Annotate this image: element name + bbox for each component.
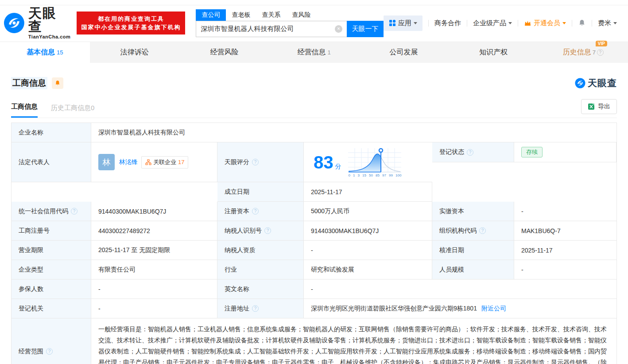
banner-line1: 都在用的商业查询工具 bbox=[81, 15, 181, 23]
search-input[interactable] bbox=[196, 21, 347, 37]
paid-capital-value: - bbox=[514, 202, 616, 221]
legal-rep-label: 法定代表人 bbox=[12, 142, 91, 182]
insured-count-value: - bbox=[91, 280, 217, 299]
legal-rep-avatar[interactable]: 林 bbox=[98, 154, 115, 170]
top-strip bbox=[0, 0, 628, 5]
search-tab-boss[interactable]: 查老板 bbox=[226, 9, 256, 21]
taxpayer-quality-value: - bbox=[304, 241, 432, 260]
subtab-history-business-info[interactable]: 历史工商信息0 bbox=[51, 104, 94, 118]
notifications-button[interactable] bbox=[578, 19, 586, 27]
search-tabs: 查公司 查老板 查关系 查风险 bbox=[196, 9, 384, 21]
tab-basic-info[interactable]: 基本信息 15 bbox=[0, 42, 90, 63]
industry-value: 研究和试验发展 bbox=[304, 260, 432, 280]
legal-rep-name-link[interactable]: 林洺锋 bbox=[119, 158, 138, 166]
crown-icon bbox=[524, 20, 531, 27]
promo-banner: 都在用的商业查询工具 国家中小企业发展子基金旗下机构 bbox=[77, 11, 185, 34]
business-term-label: 营业期限 bbox=[12, 241, 91, 260]
nav-divider bbox=[467, 20, 467, 27]
credit-code-label: 统一社会信用代码 bbox=[12, 202, 91, 221]
table-row: 经营范围 一般经营项目是：智能机器人销售；工业机器人销售；信息系统集成服务；智能… bbox=[12, 318, 616, 364]
reg-capital-label: 注册资本 bbox=[217, 202, 304, 221]
related-companies-badge[interactable]: 关联企业 17 bbox=[141, 156, 188, 169]
tab-legal-proceedings[interactable]: 法律诉讼 bbox=[90, 42, 180, 63]
tab-operating-info[interactable]: 经营信息 1 bbox=[269, 42, 359, 63]
search-tab-risk[interactable]: 查风险 bbox=[286, 9, 316, 21]
nav-divider bbox=[428, 20, 429, 27]
company-tabbar: 基本信息 15 法律诉讼 经营风险 经营信息 1 公司发展 知识产权 历史信息 … bbox=[0, 42, 628, 63]
tab-intellectual-property[interactable]: 知识产权 bbox=[449, 42, 539, 63]
establish-date-label: 成立日期 bbox=[217, 182, 304, 202]
registry-authority-value: - bbox=[91, 299, 217, 318]
table-row: 统一社会信用代码 91440300MAK1BU6Q7J 注册资本 5000万人民… bbox=[12, 202, 616, 221]
bell-icon bbox=[578, 19, 586, 27]
apps-grid-icon bbox=[389, 19, 396, 27]
help-icon: ? bbox=[597, 49, 604, 56]
org-chart-icon bbox=[145, 159, 151, 165]
monitor-bell-button[interactable] bbox=[52, 77, 63, 89]
tab-history-info[interactable]: 历史信息 7 VIP ? bbox=[538, 42, 628, 63]
info-icon[interactable] bbox=[46, 348, 53, 355]
business-cooperation-link[interactable]: 商务合作 bbox=[434, 19, 461, 27]
staff-size-value: - bbox=[514, 260, 616, 280]
section-title: 工商信息 bbox=[11, 77, 47, 89]
site-logo[interactable]: 天眼查 TianYanCha.com bbox=[4, 7, 70, 39]
table-row: 登记机关 - 注册地址 深圳市光明区光明街道碧眼社区华强创意产业园六期9栋180… bbox=[12, 299, 616, 318]
caret-down-icon bbox=[508, 22, 512, 24]
info-icon[interactable] bbox=[264, 227, 271, 234]
apps-label: 应用 bbox=[398, 19, 411, 27]
english-name-value: - bbox=[304, 280, 616, 299]
company-type-label: 企业类型 bbox=[12, 260, 91, 280]
site-header: 天眼查 TianYanCha.com 都在用的商业查询工具 国家中小企业发展子基… bbox=[0, 5, 628, 42]
caret-down-icon bbox=[562, 22, 566, 24]
score-unit: 分 bbox=[335, 163, 341, 170]
info-icon[interactable] bbox=[252, 305, 259, 312]
business-scope-label: 经营范围 bbox=[12, 318, 91, 364]
table-row: 参保人数 - 英文名称 - bbox=[12, 280, 616, 299]
info-icon[interactable] bbox=[479, 227, 486, 234]
clear-search-icon[interactable]: × bbox=[335, 25, 342, 33]
logo-subtitle: TianYanCha.com bbox=[28, 34, 71, 39]
taxpayer-id-value: 91440300MAK1BU6Q7J bbox=[304, 221, 432, 241]
search-tab-relation[interactable]: 查关系 bbox=[256, 9, 286, 21]
tab-operating-risk[interactable]: 经营风险 bbox=[179, 42, 269, 63]
score-value: 83 bbox=[314, 153, 333, 172]
reg-number-label: 工商注册号 bbox=[12, 221, 91, 241]
company-type-value: 有限责任公司 bbox=[91, 260, 217, 280]
enterprise-products-menu[interactable]: 企业级产品 bbox=[473, 19, 512, 27]
business-term-value: 2025-11-17 至 无固定期限 bbox=[91, 241, 217, 260]
excel-icon bbox=[588, 103, 595, 110]
user-menu[interactable]: 费米 bbox=[598, 19, 617, 27]
search-tab-company[interactable]: 查公司 bbox=[196, 9, 226, 21]
table-row: 工商注册号 440300227489272 纳税人识别号 91440300MAK… bbox=[12, 221, 616, 241]
approval-date-label: 核准日期 bbox=[432, 241, 514, 260]
status-badge: 存续 bbox=[521, 147, 543, 157]
info-icon[interactable] bbox=[71, 208, 78, 215]
business-scope-value: 一般经营项目是：智能机器人销售；工业机器人销售；信息系统集成服务；智能机器人的研… bbox=[91, 318, 616, 364]
insured-count-label: 参保人数 bbox=[12, 280, 91, 299]
search-button[interactable]: 天眼一下 bbox=[347, 21, 384, 37]
subtab-business-info[interactable]: 工商信息 bbox=[11, 103, 38, 118]
open-vip-menu[interactable]: 开通会员 bbox=[524, 19, 566, 27]
tab-company-development[interactable]: 公司发展 bbox=[359, 42, 449, 63]
bell-icon bbox=[54, 80, 61, 86]
table-row: 企业类型 有限责任公司 行业 研究和试验发展 人员规模 - bbox=[12, 260, 616, 280]
reg-status-label: 登记状态 bbox=[432, 142, 514, 162]
export-button[interactable]: 导出 bbox=[581, 99, 617, 114]
info-icon[interactable] bbox=[467, 149, 473, 156]
tianyancha-logo-icon bbox=[4, 12, 25, 34]
main-content: 工商信息 天眼查 工商信息 历史工商信息0 导出 bbox=[0, 77, 628, 364]
paid-capital-label: 实缴资本 bbox=[432, 202, 514, 221]
info-icon[interactable] bbox=[252, 208, 259, 215]
reg-status-value: 存续 bbox=[514, 142, 616, 162]
apps-menu[interactable]: 应用 bbox=[384, 15, 423, 31]
nav-divider bbox=[592, 20, 592, 27]
table-row: 企业名称 深圳市智显机器人科技有限公司 bbox=[12, 123, 616, 142]
tianyancha-logo-icon bbox=[575, 78, 585, 88]
logo-title: 天眼查 bbox=[28, 7, 71, 33]
score-cell: 83 分 bbox=[304, 142, 432, 182]
score-label: 天眼评分 bbox=[217, 142, 304, 182]
score-axis: 01 315 5085 9799 100 bbox=[348, 173, 401, 177]
score-marker-pin bbox=[379, 149, 383, 152]
info-icon[interactable] bbox=[252, 159, 259, 165]
nearby-companies-link[interactable]: 附近公司 bbox=[481, 305, 506, 313]
